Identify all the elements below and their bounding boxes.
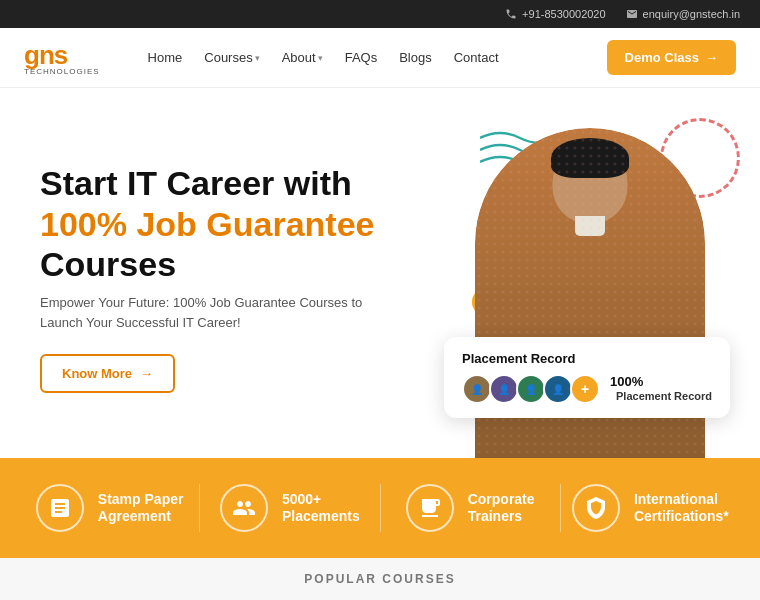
stamp-paper-icon (36, 484, 84, 532)
stats-bar: Stamp Paper Agreement 5000+ Placements C… (0, 458, 760, 558)
stat-placements: 5000+ Placements (199, 484, 379, 532)
arrow-right-icon: → (705, 50, 718, 65)
stat-stamp-paper-text: Stamp Paper Agreement (98, 491, 184, 525)
stat-trainers: Corporate Trainers (380, 484, 560, 532)
arrow-right-icon: → (140, 366, 153, 381)
email-icon (626, 8, 638, 20)
avatar: 👤 (543, 374, 573, 404)
email-info: enquiry@gnstech.in (626, 8, 740, 20)
phone-info: +91-8530002020 (505, 8, 606, 20)
nav-links: Home Courses ▾ About ▾ FAQs Blogs Contac… (140, 46, 607, 69)
stat-certifications-text: International Certifications* (634, 491, 729, 525)
certifications-icon (572, 484, 620, 532)
placement-avatars: 👤 👤 👤 👤 + (462, 374, 600, 404)
nav-about[interactable]: About ▾ (274, 46, 331, 69)
logo[interactable]: gns TECHNOLOGIES (24, 40, 100, 76)
stat-stamp-paper: Stamp Paper Agreement (20, 484, 199, 532)
avatar: 👤 (489, 374, 519, 404)
navbar: gns TECHNOLOGIES Home Courses ▾ About ▾ … (0, 28, 760, 88)
phone-number: +91-8530002020 (522, 8, 606, 20)
stat-placements-text: 5000+ Placements (282, 491, 360, 525)
placement-card-title: Placement Record (462, 351, 712, 366)
stat-certifications: International Certifications* (560, 484, 740, 532)
logo-tech: TECHNOLOGIES (24, 67, 100, 76)
placement-card: Placement Record 👤 👤 👤 👤 + 100% Placemen… (444, 337, 730, 418)
stat-trainers-text: Corporate Trainers (468, 491, 535, 525)
nav-home[interactable]: Home (140, 46, 191, 69)
hero-subtitle: Empower Your Future: 100% Job Guarantee … (40, 293, 380, 332)
phone-icon (505, 8, 517, 20)
avatar: 👤 (516, 374, 546, 404)
nav-faqs[interactable]: FAQs (337, 46, 386, 69)
email-address: enquiry@gnstech.in (643, 8, 740, 20)
trainers-icon (406, 484, 454, 532)
popular-courses-bar: POPULAR COURSES (0, 558, 760, 600)
demo-class-button[interactable]: Demo Class → (607, 40, 736, 75)
popular-courses-label: POPULAR COURSES (304, 572, 455, 586)
nav-courses[interactable]: Courses ▾ (196, 46, 267, 69)
chevron-down-icon: ▾ (255, 53, 260, 63)
top-bar: +91-8530002020 enquiry@gnstech.in (0, 0, 760, 28)
nav-contact[interactable]: Contact (446, 46, 507, 69)
nav-blogs[interactable]: Blogs (391, 46, 440, 69)
placements-icon (220, 484, 268, 532)
hero-section: Start IT Career with 100% Job Guarantee … (0, 88, 760, 458)
avatar: 👤 (462, 374, 492, 404)
more-avatars-icon: + (570, 374, 600, 404)
placement-info: 100% Placement Record (610, 374, 712, 403)
know-more-button[interactable]: Know More → (40, 354, 175, 393)
chevron-down-icon: ▾ (318, 53, 323, 63)
hero-title: Start IT Career with 100% Job Guarantee … (40, 163, 730, 285)
